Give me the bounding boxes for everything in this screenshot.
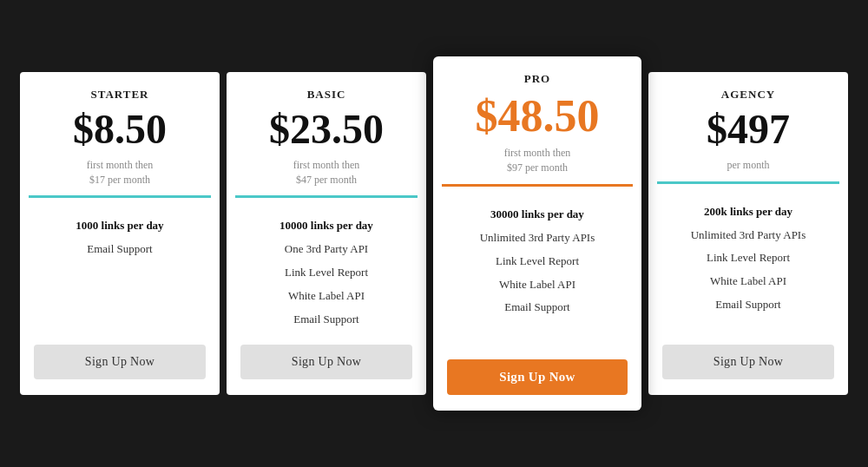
- signup-button-pro[interactable]: Sign Up Now: [447, 359, 628, 395]
- feature-item-basic-2: Link Level Report: [285, 266, 368, 280]
- pricing-card-starter: STARTER$8.50first month then$17 per mont…: [20, 72, 220, 395]
- feature-item-pro-2: Link Level Report: [496, 254, 579, 269]
- plan-description-starter: first month then$17 per month: [29, 158, 211, 187]
- features-list-starter: 1000 links per dayEmail Support: [20, 207, 220, 335]
- plan-name-basic: BASIC: [235, 88, 418, 102]
- pricing-card-agency: AGENCY$497per month200k links per dayUnl…: [648, 72, 848, 395]
- card-header-agency: AGENCY$497per month: [648, 72, 848, 193]
- feature-item-pro-1: Unlimited 3rd Party APIs: [480, 231, 595, 246]
- features-list-basic: 10000 links per dayOne 3rd Party APILink…: [227, 207, 426, 335]
- pricing-container: STARTER$8.50first month then$17 per mont…: [0, 55, 868, 412]
- plan-name-starter: STARTER: [29, 88, 211, 102]
- feature-item-basic-0: 10000 links per day: [279, 219, 373, 234]
- divider-basic: [235, 195, 418, 198]
- feature-item-agency-2: Link Level Report: [707, 251, 790, 266]
- feature-item-agency-1: Unlimited 3rd Party APIs: [691, 228, 806, 243]
- divider-starter: [29, 195, 211, 198]
- card-footer-pro: Sign Up Now: [433, 351, 641, 411]
- plan-name-agency: AGENCY: [657, 88, 839, 102]
- plan-price-basic: $23.50: [235, 107, 418, 153]
- feature-item-agency-0: 200k links per day: [704, 205, 792, 220]
- feature-item-starter-1: Email Support: [87, 242, 152, 257]
- plan-description-agency: per month: [657, 158, 839, 173]
- card-header-starter: STARTER$8.50first month then$17 per mont…: [20, 72, 220, 207]
- card-header-pro: PRO$48.50first month then$97 per month: [433, 56, 641, 195]
- plan-price-starter: $8.50: [29, 107, 211, 153]
- feature-item-basic-3: White Label API: [288, 289, 365, 304]
- feature-item-agency-3: White Label API: [710, 274, 786, 289]
- plan-name-pro: PRO: [442, 72, 633, 86]
- plan-description-pro: first month then$97 per month: [442, 146, 633, 175]
- features-list-agency: 200k links per dayUnlimited 3rd Party AP…: [648, 193, 848, 336]
- pricing-card-basic: BASIC$23.50first month then$47 per month…: [227, 72, 426, 395]
- divider-agency: [657, 181, 839, 184]
- signup-button-basic[interactable]: Sign Up Now: [240, 345, 412, 379]
- divider-pro: [442, 184, 633, 187]
- feature-item-pro-0: 30000 links per day: [490, 207, 584, 222]
- plan-price-pro: $48.50: [442, 91, 633, 141]
- card-footer-starter: Sign Up Now: [20, 336, 220, 395]
- signup-button-agency[interactable]: Sign Up Now: [662, 345, 834, 379]
- plan-description-basic: first month then$47 per month: [235, 158, 418, 187]
- features-list-pro: 30000 links per dayUnlimited 3rd Party A…: [433, 195, 641, 351]
- feature-item-pro-4: Email Support: [504, 300, 569, 315]
- feature-item-starter-0: 1000 links per day: [76, 219, 163, 234]
- pricing-card-pro: PRO$48.50first month then$97 per month30…: [433, 56, 641, 411]
- signup-button-starter[interactable]: Sign Up Now: [34, 345, 206, 379]
- feature-item-pro-3: White Label API: [499, 278, 575, 293]
- card-footer-agency: Sign Up Now: [648, 336, 848, 395]
- feature-item-basic-1: One 3rd Party API: [285, 242, 368, 257]
- plan-price-agency: $497: [657, 107, 839, 153]
- card-footer-basic: Sign Up Now: [227, 336, 426, 395]
- card-header-basic: BASIC$23.50first month then$47 per month: [227, 72, 426, 207]
- feature-item-basic-4: Email Support: [293, 312, 358, 327]
- feature-item-agency-4: Email Support: [715, 298, 780, 312]
